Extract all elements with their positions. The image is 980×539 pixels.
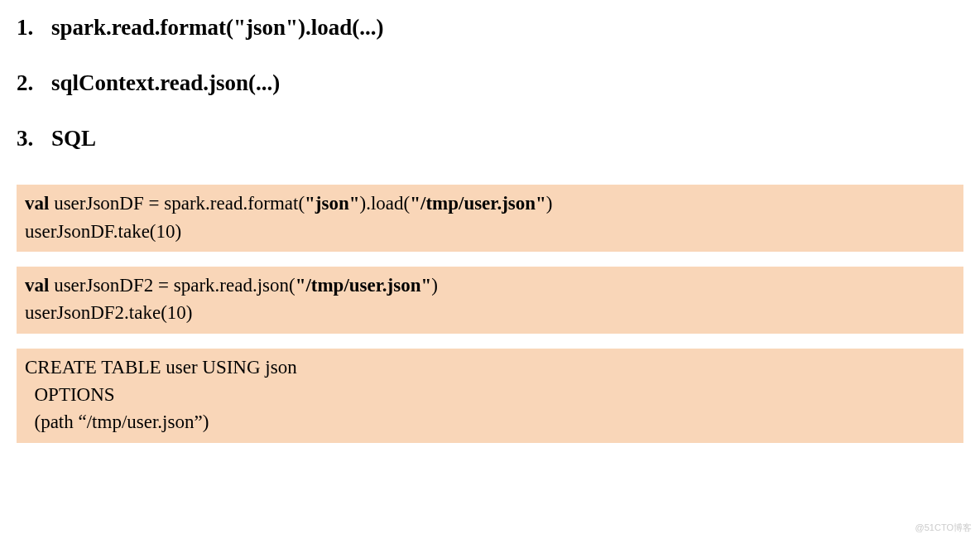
code-block-3: CREATE TABLE user USING json OPTIONS (pa… — [17, 349, 963, 443]
code-text: ).load( — [360, 193, 411, 214]
code-line: (path “/tmp/user.json”) — [25, 411, 209, 432]
code-block-1: val userJsonDF = spark.read.format("json… — [17, 185, 963, 252]
code-text: ) — [546, 193, 553, 214]
keyword-val: val — [25, 275, 49, 296]
code-text: ) — [431, 275, 438, 296]
code-text: userJsonDF2 = spark.read.json( — [49, 275, 295, 296]
string-literal: "/tmp/user.json" — [410, 193, 546, 214]
code-text: userJsonDF = spark.read.format( — [49, 193, 305, 214]
keyword-val: val — [25, 193, 49, 214]
watermark-text: @51CTO博客 — [915, 522, 972, 534]
string-literal: "/tmp/user.json" — [295, 275, 432, 296]
code-line: CREATE TABLE user USING json — [25, 357, 297, 378]
code-block-2: val userJsonDF2 = spark.read.json("/tmp/… — [17, 267, 963, 334]
code-blocks-container: val userJsonDF = spark.read.format("json… — [17, 185, 963, 442]
list-item-1: spark.read.format("json").load(...) — [17, 13, 963, 42]
list-item-3: SQL — [17, 124, 963, 153]
methods-list: spark.read.format("json").load(...) sqlC… — [17, 13, 963, 153]
code-line: userJsonDF2.take(10) — [25, 302, 193, 323]
code-line: userJsonDF.take(10) — [25, 221, 181, 242]
string-literal: "json" — [305, 193, 359, 214]
list-item-2: sqlContext.read.json(...) — [17, 69, 963, 98]
code-line: OPTIONS — [25, 384, 115, 405]
